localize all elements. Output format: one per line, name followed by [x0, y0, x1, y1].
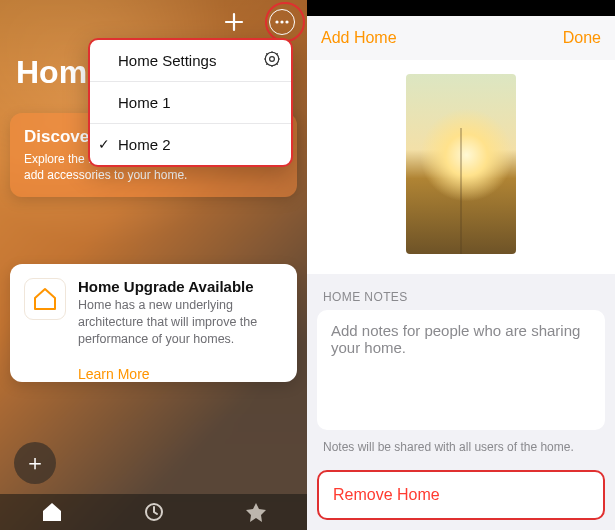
tab-bar	[0, 494, 307, 530]
svg-point-2	[285, 20, 288, 23]
upgrade-title: Home Upgrade Available	[78, 278, 283, 295]
tab-discover[interactable]	[245, 502, 267, 522]
plus-icon: ＋	[24, 448, 46, 478]
add-accessory-button[interactable]	[219, 7, 249, 37]
home-wallpaper-section	[307, 60, 615, 274]
gear-icon	[263, 50, 281, 68]
menu-item-home-2[interactable]: ✓ Home 2	[90, 124, 291, 165]
home-notes-input[interactable]: Add notes for people who are sharing you…	[317, 310, 605, 430]
more-menu-button[interactable]	[267, 7, 297, 37]
nav-back-button[interactable]: Add Home	[321, 29, 397, 47]
add-fab-button[interactable]: ＋	[14, 442, 56, 484]
tab-automation[interactable]	[144, 502, 164, 522]
upgrade-body: Home has a new underlying architecture t…	[78, 297, 283, 348]
home-app-icon	[24, 278, 66, 320]
section-header-notes: HOME NOTES	[307, 274, 615, 310]
status-bar	[307, 0, 615, 16]
menu-item-label: Home 1	[118, 94, 171, 111]
tab-home[interactable]	[41, 502, 63, 522]
ellipsis-icon	[269, 9, 295, 35]
remove-home-button[interactable]: Remove Home	[317, 470, 605, 520]
menu-item-label: Home 2	[118, 136, 171, 153]
checkmark-icon: ✓	[98, 136, 110, 152]
home-app-screen: Home Home Settings Home 1 ✓ Home 2 Disco…	[0, 0, 307, 530]
nav-done-button[interactable]: Done	[563, 29, 601, 47]
menu-item-home-settings[interactable]: Home Settings	[90, 40, 291, 82]
svg-point-1	[280, 20, 283, 23]
upgrade-learn-more-link[interactable]: Learn More	[78, 366, 283, 382]
svg-point-0	[275, 20, 278, 23]
home-wallpaper-thumbnail[interactable]	[406, 74, 516, 254]
home-picker-menu: Home Settings Home 1 ✓ Home 2	[88, 38, 293, 167]
notes-footer: Notes will be shared with all users of t…	[307, 430, 615, 470]
menu-item-home-1[interactable]: Home 1	[90, 82, 291, 124]
menu-item-label: Home Settings	[118, 52, 216, 69]
nav-bar: Add Home Done	[307, 16, 615, 60]
svg-point-4	[270, 57, 275, 62]
home-settings-screen: Add Home Done HOME NOTES Add notes for p…	[307, 0, 615, 530]
upgrade-card: Home Upgrade Available Home has a new un…	[10, 264, 297, 382]
